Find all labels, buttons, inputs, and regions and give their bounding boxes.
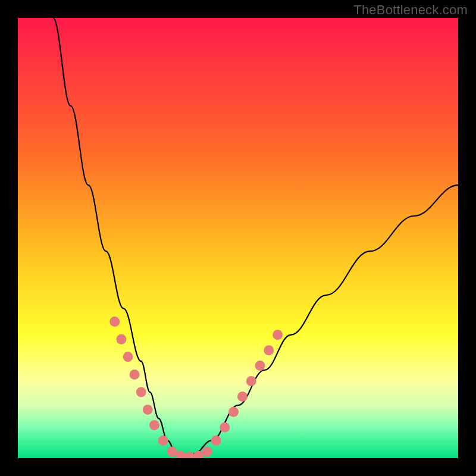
marker-dot — [123, 352, 133, 362]
marker-dot — [158, 436, 168, 446]
marker-dot — [143, 405, 153, 415]
gradient-background — [18, 18, 458, 458]
marker-dot — [255, 361, 265, 371]
marker-dot — [130, 369, 140, 380]
marker-dot — [246, 376, 256, 386]
marker-dot — [237, 392, 248, 402]
marker-dot — [109, 317, 120, 327]
marker-dot — [228, 407, 239, 417]
bottleneck-chart — [18, 18, 458, 458]
marker-dot — [220, 422, 230, 433]
marker-dot — [273, 330, 283, 340]
marker-dot — [264, 345, 274, 355]
marker-dot — [211, 436, 221, 446]
watermark-text: TheBottleneck.com — [353, 2, 468, 18]
marker-dot — [167, 446, 177, 456]
marker-dot — [116, 334, 126, 345]
marker-dot — [136, 387, 146, 397]
marker-dot — [202, 446, 212, 456]
marker-dot — [149, 420, 159, 430]
chart-frame — [18, 18, 458, 458]
